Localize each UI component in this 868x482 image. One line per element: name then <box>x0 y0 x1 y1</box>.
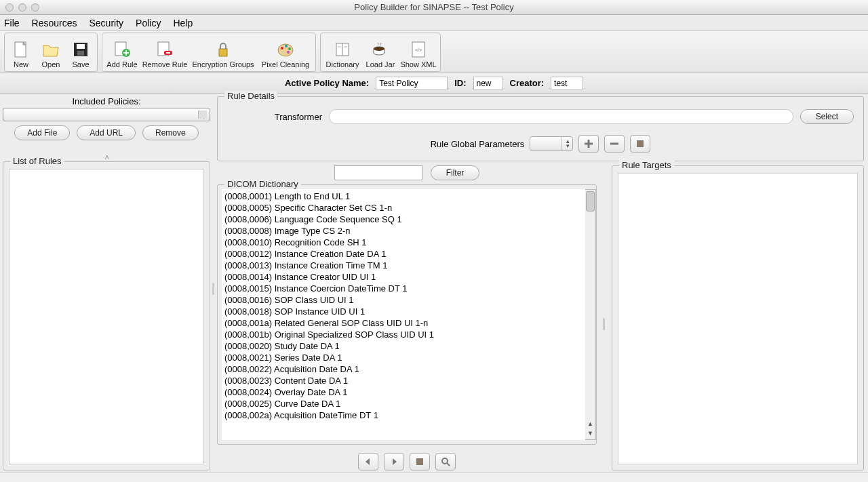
menu-security[interactable]: Security <box>89 18 123 28</box>
remove-param-button[interactable] <box>604 135 625 153</box>
window-title: Policy Builder for SINAPSE -- Test Polic… <box>0 2 868 12</box>
magnifier-icon <box>440 456 451 467</box>
dictionary-row[interactable]: (0008,0025) Curve Date DA 1 <box>224 398 583 409</box>
id-input[interactable] <box>473 77 503 90</box>
dictionary-filter-input[interactable] <box>334 165 422 180</box>
scrollbar-thumb[interactable] <box>586 191 595 212</box>
transformer-input[interactable] <box>329 109 793 124</box>
add-rule-button[interactable]: Add Rule <box>104 35 140 70</box>
arrow-right-icon <box>389 457 399 466</box>
svg-rect-8 <box>219 49 227 56</box>
menu-resources[interactable]: Resources <box>32 18 77 28</box>
svg-point-13 <box>287 51 290 54</box>
close-window-icon[interactable] <box>5 3 14 12</box>
show-xml-button[interactable]: </> Show XML <box>398 35 439 70</box>
dictionary-row[interactable]: (0008,0015) Instance Coercion DateTime D… <box>224 283 583 294</box>
vertical-splitter-right[interactable] <box>602 165 606 470</box>
creator-input[interactable] <box>551 77 583 90</box>
menu-file[interactable]: File <box>4 18 20 28</box>
arrow-left-icon <box>363 457 374 466</box>
dictionary-row[interactable]: (0008,0014) Instance Creator UID UI 1 <box>224 271 583 283</box>
dictionary-row[interactable]: (0008,002a) Acquisition DateTime DT 1 <box>224 409 583 421</box>
rule-targets-legend: Rule Targets <box>619 160 674 170</box>
toolbar-group-rules: Add Rule Remove Rule Encryption Groups P… <box>102 33 316 72</box>
dictionary-list[interactable]: (0008,0001) Length to End UL 1(0008,0005… <box>222 189 585 440</box>
dictionary-row[interactable]: (0008,0022) Acquisition Date DA 1 <box>224 363 583 375</box>
encryption-groups-button[interactable]: Encryption Groups <box>189 35 257 70</box>
dictionary-row[interactable]: (0008,0023) Content Date DA 1 <box>224 375 583 386</box>
open-button[interactable]: Open <box>36 35 66 70</box>
infobar: Active Policy Name: ID: Creator: <box>0 73 868 94</box>
svg-point-10 <box>281 47 283 49</box>
show-xml-label: Show XML <box>400 60 436 68</box>
target-nav-row <box>217 449 597 470</box>
dictionary-row[interactable]: (0008,0006) Language Code Sequence SQ 1 <box>224 214 583 225</box>
move-right-button[interactable] <box>384 453 404 470</box>
pixel-cleaning-button[interactable]: Pixel Cleaning <box>257 35 314 70</box>
dictionary-row[interactable]: (0008,0013) Instance Creation Time TM 1 <box>224 260 583 271</box>
remove-policy-button[interactable]: Remove <box>142 125 199 140</box>
edit-param-button[interactable] <box>630 135 650 153</box>
rule-targets-list[interactable] <box>618 173 858 464</box>
remove-rule-icon <box>155 41 174 58</box>
encryption-groups-label: Encryption Groups <box>192 60 254 68</box>
scroll-down-icon[interactable]: ▼ <box>585 430 595 439</box>
svg-rect-22 <box>637 140 644 147</box>
save-button[interactable]: Save <box>66 35 96 70</box>
add-param-button[interactable] <box>578 135 599 153</box>
remove-rule-button[interactable]: Remove Rule <box>140 35 189 70</box>
svg-point-11 <box>285 45 288 47</box>
dictionary-row[interactable]: (0008,0024) Overlay Date DA 1 <box>224 386 583 398</box>
move-left-button[interactable] <box>358 453 378 470</box>
dicom-dictionary-legend: DICOM Dictionary <box>224 179 301 189</box>
vertical-splitter-left[interactable] <box>212 94 216 472</box>
new-label: New <box>14 60 28 68</box>
rules-list[interactable] <box>9 169 204 464</box>
dictionary-column: Filter DICOM Dictionary (0008,0001) Leng… <box>217 165 597 470</box>
inspect-button[interactable] <box>435 453 456 470</box>
add-url-button[interactable]: Add URL <box>77 125 136 140</box>
minimize-window-icon[interactable] <box>18 3 26 12</box>
dictionary-scrollbar[interactable]: ▲ ▼ <box>585 189 596 440</box>
add-rule-icon <box>113 41 132 58</box>
dicom-dictionary-panel: DICOM Dictionary (0008,0001) Length to E… <box>217 184 597 445</box>
stop-button[interactable] <box>410 453 430 470</box>
zoom-window-icon[interactable] <box>31 3 39 12</box>
svg-rect-3 <box>77 51 84 56</box>
toolbar-group-file: New Open Save <box>4 33 98 72</box>
dictionary-row[interactable]: (0008,0005) Specific Character Set CS 1-… <box>224 202 583 214</box>
dictionary-row[interactable]: (0008,0016) SOP Class UID UI 1 <box>224 294 583 306</box>
statusbar <box>0 472 868 482</box>
titlebar: Policy Builder for SINAPSE -- Test Polic… <box>0 0 868 15</box>
dictionary-row[interactable]: (0008,0018) SOP Instance UID UI 1 <box>224 306 583 317</box>
menu-help[interactable]: Help <box>173 18 193 28</box>
scroll-up-icon[interactable]: ▲ <box>585 420 595 430</box>
policy-name-input[interactable] <box>376 77 448 90</box>
filter-button[interactable]: Filter <box>431 165 480 180</box>
dictionary-row[interactable]: (0008,0001) Length to End UL 1 <box>224 190 583 202</box>
menu-policy[interactable]: Policy <box>136 18 161 28</box>
included-policies-combo[interactable]: ▴▾ <box>3 108 210 121</box>
dictionary-row[interactable]: (0008,001b) Original Specialized SOP Cla… <box>224 329 583 340</box>
dictionary-row[interactable]: (0008,0020) Study Date DA 1 <box>224 340 583 352</box>
global-params-label: Rule Global Parameters <box>431 139 525 149</box>
dictionary-row[interactable]: (0008,0012) Instance Creation Date DA 1 <box>224 248 583 260</box>
dictionary-row[interactable]: (0008,0010) Recognition Code SH 1 <box>224 237 583 248</box>
add-file-button[interactable]: Add File <box>14 125 70 140</box>
creator-label: Creator: <box>510 78 545 88</box>
select-transformer-button[interactable]: Select <box>800 109 854 124</box>
global-params-combo[interactable]: ▴▾ <box>530 136 573 151</box>
xml-document-icon: </> <box>409 41 428 58</box>
load-jar-button[interactable]: Load Jar <box>363 35 398 70</box>
left-panel: Included Policies: ▴▾ Add File Add URL R… <box>0 94 212 472</box>
square-icon <box>635 138 646 149</box>
dictionary-button[interactable]: Dictionary <box>322 35 363 70</box>
rule-targets-panel: Rule Targets <box>612 165 864 470</box>
workspace: Included Policies: ▴▾ Add File Add URL R… <box>0 94 868 472</box>
dictionary-row[interactable]: (0008,001a) Related General SOP Class UI… <box>224 317 583 329</box>
dictionary-row[interactable]: (0008,0008) Image Type CS 2-n <box>224 225 583 237</box>
included-policies-panel: Included Policies: ▴▾ Add File Add URL R… <box>3 96 210 155</box>
new-button[interactable]: New <box>6 35 36 70</box>
dictionary-row[interactable]: (0008,0021) Series Date DA 1 <box>224 352 583 363</box>
menubar: File Resources Security Policy Help <box>0 15 868 31</box>
